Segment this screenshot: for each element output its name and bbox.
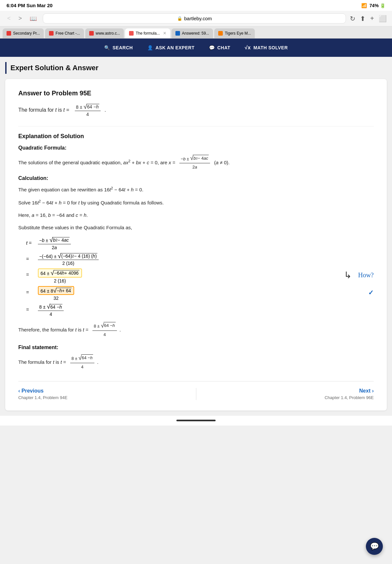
browser-actions: ↻ ⬆ + ⬜ — [350, 15, 387, 23]
tab-icon-formula — [129, 31, 134, 36]
step3-sign: = — [26, 268, 34, 277]
bottom-bar — [0, 416, 392, 426]
math-step-2: = −(−64) ± √(−64)2 − 4 (16) (h) 2 (16) — [26, 253, 374, 266]
therefore-line: Therefore, the formula for t is t = 8 ± … — [18, 322, 374, 338]
wifi-icon: 📶 — [361, 3, 367, 8]
tab-answered[interactable]: Answered: 59... — [172, 28, 213, 38]
forward-button[interactable]: > — [17, 14, 24, 23]
problem-title: Answer to Problem 95E — [18, 89, 374, 97]
math-solver-icon: √x — [245, 45, 251, 51]
step3-annotation: ↳ How? — [344, 270, 374, 281]
back-button[interactable]: < — [5, 14, 13, 23]
math-step-4: = 64 ± 8√−h + 64 32 — [26, 286, 364, 301]
math-step-1: t = −b ± √b2 − 4ac 2a — [26, 237, 374, 250]
section-header: Expert Solution & Answer — [5, 62, 387, 74]
math-step-4-wrapper: = 64 ± 8√−h + 64 32 ✓ — [26, 286, 374, 304]
tab-astro[interactable]: www.astro.c... — [85, 28, 124, 38]
browser-chrome: < > 📖 🔒 bartleby.com ↻ ⬆ + ⬜ — [0, 11, 392, 26]
tab-freechart[interactable]: Free Chart -... — [45, 28, 84, 38]
ask-expert-icon: 👤 — [147, 45, 153, 50]
nav-footer: ‹ Previous Chapter 1.4, Problem 94E Next… — [18, 381, 374, 400]
step3-fraction: 64 ± √−64h + 4096 2 (16) — [38, 268, 82, 283]
step4-sign: = — [26, 286, 34, 295]
final-subtitle: Final statement: — [18, 345, 374, 350]
formula-t-line: The formula for t is t = 8 ± √64 − h 4 . — [18, 104, 374, 117]
explanation-title: Explanation of Solution — [18, 133, 374, 140]
chat-icon: 💬 — [209, 45, 215, 50]
nav-search[interactable]: 🔍 SEARCH — [103, 39, 134, 56]
tab-icon-answered — [175, 31, 180, 36]
next-link[interactable]: Next › — [203, 388, 374, 394]
nav-bar: 🔍 SEARCH 👤 ASK AN EXPERT 💬 CHAT √x MATH … — [0, 39, 392, 57]
section-title: Expert Solution & Answer — [10, 64, 98, 72]
tab-close-formula[interactable]: × — [163, 30, 166, 36]
nav-math-label: MATH SOLVER — [253, 45, 288, 50]
new-tab-button[interactable]: + — [370, 15, 374, 22]
step4-fraction: 64 ± 8√−h + 64 32 — [38, 286, 74, 301]
browser-tabs: Secondary Pr... Free Chart -... www.astr… — [0, 26, 392, 39]
status-bar: 6:04 PM Sun Mar 20 📶 74% 🔋 — [0, 0, 392, 11]
math-step-5: = 8 ± √64 − h 4 — [26, 303, 374, 317]
nav-math-solver[interactable]: √x MATH SOLVER — [243, 39, 289, 56]
next-sub: Chapter 1.4, Problem 96E — [203, 395, 374, 400]
url-text: bartleby.com — [184, 16, 212, 21]
nav-previous[interactable]: ‹ Previous Chapter 1.4, Problem 94E — [18, 388, 189, 400]
status-time: 6:04 PM Sun Mar 20 — [7, 3, 53, 8]
calc-line3: Here, a = 16, b = −64 and c = h. — [18, 211, 374, 219]
final-fraction: 8 ± √64 − h 4 — [70, 354, 94, 370]
nav-chat-label: CHAT — [217, 45, 230, 50]
nav-next-section[interactable]: Next › Chapter 1.4, Problem 96E — [203, 388, 374, 400]
quadratic-subtitle: Quadratic Formula: — [18, 145, 374, 151]
tab-icon-astro — [89, 31, 94, 36]
quadratic-formula-fraction: −b ± √b2 − 4ac 2a — [179, 155, 210, 171]
nav-ask-expert[interactable]: 👤 ASK AN EXPERT — [146, 39, 196, 56]
step5-fraction: 8 ± √64 − h 4 — [38, 303, 64, 317]
tab-secondary[interactable]: Secondary Pr... — [3, 28, 44, 38]
step1-fraction: −b ± √b2 − 4ac 2a — [38, 237, 71, 250]
step4-check: ✓ — [368, 289, 374, 297]
step5-sign: = — [26, 303, 34, 312]
tab-icon-freechart — [49, 31, 54, 36]
tab-icon-secondary — [7, 31, 11, 36]
math-step-3: = 64 ± √−64h + 4096 2 (16) — [26, 268, 340, 283]
home-indicator — [176, 420, 216, 421]
status-indicators: 📶 74% 🔋 — [361, 3, 385, 8]
previous-link[interactable]: ‹ Previous — [18, 388, 189, 394]
search-icon: 🔍 — [104, 45, 110, 50]
nav-ask-label: ASK AN EXPERT — [155, 45, 195, 50]
battery-indicator: 74% 🔋 — [369, 3, 385, 8]
therefore-fraction: 8 ± √64 − h 4 — [92, 322, 117, 338]
main-content: Expert Solution & Answer Answer to Probl… — [0, 57, 392, 416]
formula-fraction: 8 ± √64 − h 4 — [75, 104, 101, 117]
section-accent — [5, 62, 7, 74]
tab-tigers[interactable]: Tigers Eye M... — [214, 28, 255, 38]
step2-fraction: −(−64) ± √(−64)2 − 4 (16) (h) 2 (16) — [38, 253, 99, 266]
step2-sign: = — [26, 253, 34, 262]
bookmarks-button[interactable]: 📖 — [28, 14, 39, 23]
previous-sub: Chapter 1.4, Problem 94E — [18, 395, 189, 400]
calc-line4: Substitute these values in the Quadratic… — [18, 224, 374, 232]
share-button[interactable]: ⬆ — [360, 15, 366, 23]
tab-icon-tigers — [218, 31, 223, 36]
address-bar[interactable]: 🔒 bartleby.com — [43, 13, 346, 24]
step1-lhs: t = — [26, 237, 34, 246]
reload-button[interactable]: ↻ — [350, 15, 355, 23]
lock-icon: 🔒 — [177, 16, 182, 21]
calc-subtitle: Calculation: — [18, 175, 374, 181]
nav-divider — [196, 388, 196, 400]
tabs-button[interactable]: ⬜ — [379, 15, 387, 23]
tab-formula[interactable]: The formula... × — [125, 28, 170, 38]
final-line: The formula for t is t = 8 ± √64 − h 4 . — [18, 354, 374, 370]
content-card: Answer to Problem 95E The formula for t … — [5, 79, 387, 411]
calc-line1: The given equation can be rewritten as 1… — [18, 185, 374, 194]
calc-line2: Solve 16t2 − 64t + h = 0 for t by using … — [18, 198, 374, 207]
quadratic-desc-line: The solutions of the general quadratic e… — [18, 155, 374, 171]
nav-chat[interactable]: 💬 CHAT — [208, 39, 232, 56]
formula-intro-text: The formula for t is t = — [18, 107, 71, 113]
math-step-3-wrapper: = 64 ± √−64h + 4096 2 (16) ↳ How? — [26, 268, 374, 286]
math-steps: t = −b ± √b2 − 4ac 2a = −(−64) ± √(−64)2… — [26, 237, 374, 317]
nav-search-label: SEARCH — [112, 45, 133, 50]
